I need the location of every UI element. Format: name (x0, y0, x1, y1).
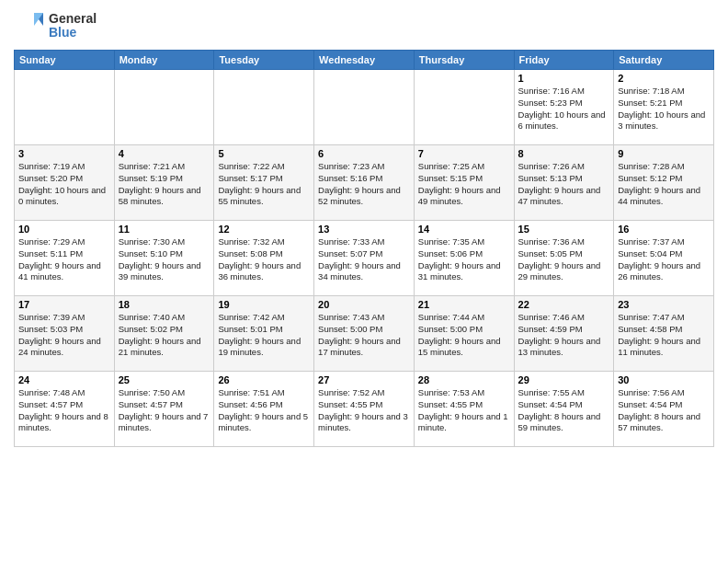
calendar-week-row: 24Sunrise: 7:48 AM Sunset: 4:57 PM Dayli… (15, 372, 714, 447)
day-info: Sunrise: 7:39 AM Sunset: 5:03 PM Dayligh… (18, 312, 110, 359)
day-info: Sunrise: 7:53 AM Sunset: 4:55 PM Dayligh… (418, 387, 510, 434)
day-info: Sunrise: 7:18 AM Sunset: 5:21 PM Dayligh… (618, 86, 710, 132)
day-info: Sunrise: 7:43 AM Sunset: 5:00 PM Dayligh… (318, 312, 410, 359)
page-header: General Blue (14, 9, 714, 42)
day-info: Sunrise: 7:26 AM Sunset: 5:13 PM Dayligh… (518, 161, 610, 208)
day-number: 21 (418, 299, 510, 310)
weekday-header: Monday (114, 51, 214, 70)
day-info: Sunrise: 7:37 AM Sunset: 5:04 PM Dayligh… (618, 236, 710, 283)
calendar-cell (114, 70, 214, 145)
day-number: 8 (518, 148, 610, 159)
calendar-cell (414, 70, 514, 145)
day-info: Sunrise: 7:47 AM Sunset: 4:58 PM Dayligh… (618, 312, 710, 359)
day-info: Sunrise: 7:44 AM Sunset: 5:00 PM Dayligh… (418, 312, 510, 359)
day-info: Sunrise: 7:19 AM Sunset: 5:20 PM Dayligh… (18, 161, 110, 208)
day-number: 28 (418, 374, 510, 385)
calendar-cell: 16Sunrise: 7:37 AM Sunset: 5:04 PM Dayli… (614, 221, 714, 296)
day-number: 3 (18, 148, 110, 159)
day-number: 18 (119, 299, 210, 310)
calendar-cell: 7Sunrise: 7:25 AM Sunset: 5:15 PM Daylig… (414, 145, 514, 221)
day-number: 13 (318, 224, 410, 235)
day-info: Sunrise: 7:16 AM Sunset: 5:23 PM Dayligh… (518, 86, 610, 132)
weekday-header: Saturday (614, 51, 714, 70)
calendar-cell: 5Sunrise: 7:22 AM Sunset: 5:17 PM Daylig… (214, 145, 314, 221)
day-number: 30 (618, 374, 710, 385)
calendar-cell: 30Sunrise: 7:56 AM Sunset: 4:54 PM Dayli… (614, 372, 714, 447)
calendar-cell (314, 70, 415, 145)
calendar-cell: 22Sunrise: 7:46 AM Sunset: 4:59 PM Dayli… (514, 296, 614, 372)
day-number: 29 (518, 374, 610, 385)
weekday-header: Tuesday (214, 51, 314, 70)
weekday-header: Wednesday (314, 51, 415, 70)
day-number: 4 (119, 148, 210, 159)
day-info: Sunrise: 7:25 AM Sunset: 5:15 PM Dayligh… (418, 161, 510, 208)
calendar-cell: 2Sunrise: 7:18 AM Sunset: 5:21 PM Daylig… (614, 70, 714, 145)
calendar-cell: 24Sunrise: 7:48 AM Sunset: 4:57 PM Dayli… (15, 372, 115, 447)
calendar-cell: 28Sunrise: 7:53 AM Sunset: 4:55 PM Dayli… (414, 372, 514, 447)
calendar-cell: 18Sunrise: 7:40 AM Sunset: 5:02 PM Dayli… (114, 296, 214, 372)
day-info: Sunrise: 7:22 AM Sunset: 5:17 PM Dayligh… (218, 161, 310, 208)
calendar-cell (214, 70, 314, 145)
day-info: Sunrise: 7:30 AM Sunset: 5:10 PM Dayligh… (119, 236, 210, 283)
day-number: 6 (318, 148, 410, 159)
day-number: 16 (618, 224, 710, 235)
calendar-cell: 6Sunrise: 7:23 AM Sunset: 5:16 PM Daylig… (314, 145, 415, 221)
logo-text-general: General (49, 12, 97, 26)
calendar-cell: 12Sunrise: 7:32 AM Sunset: 5:08 PM Dayli… (214, 221, 314, 296)
calendar-week-row: 10Sunrise: 7:29 AM Sunset: 5:11 PM Dayli… (15, 221, 714, 296)
calendar-cell: 14Sunrise: 7:35 AM Sunset: 5:06 PM Dayli… (414, 221, 514, 296)
calendar-page: General Blue SundayMondayTuesdayWednesda… (0, 0, 728, 563)
calendar-week-row: 3Sunrise: 7:19 AM Sunset: 5:20 PM Daylig… (15, 145, 714, 221)
calendar-cell: 26Sunrise: 7:51 AM Sunset: 4:56 PM Dayli… (214, 372, 314, 447)
day-info: Sunrise: 7:33 AM Sunset: 5:07 PM Dayligh… (318, 236, 410, 283)
day-info: Sunrise: 7:42 AM Sunset: 5:01 PM Dayligh… (218, 312, 310, 359)
day-number: 2 (618, 73, 710, 84)
day-info: Sunrise: 7:55 AM Sunset: 4:54 PM Dayligh… (518, 387, 610, 434)
day-number: 14 (418, 224, 510, 235)
calendar-cell: 10Sunrise: 7:29 AM Sunset: 5:11 PM Dayli… (15, 221, 115, 296)
day-info: Sunrise: 7:48 AM Sunset: 4:57 PM Dayligh… (18, 387, 110, 434)
calendar-cell: 9Sunrise: 7:28 AM Sunset: 5:12 PM Daylig… (614, 145, 714, 221)
day-number: 25 (119, 374, 210, 385)
calendar-cell: 23Sunrise: 7:47 AM Sunset: 4:58 PM Dayli… (614, 296, 714, 372)
day-number: 27 (318, 374, 410, 385)
calendar-cell: 15Sunrise: 7:36 AM Sunset: 5:05 PM Dayli… (514, 221, 614, 296)
calendar-cell: 3Sunrise: 7:19 AM Sunset: 5:20 PM Daylig… (15, 145, 115, 221)
day-info: Sunrise: 7:52 AM Sunset: 4:55 PM Dayligh… (318, 387, 410, 434)
day-number: 9 (618, 148, 710, 159)
logo-bird-icon (14, 9, 47, 42)
calendar-cell: 1Sunrise: 7:16 AM Sunset: 5:23 PM Daylig… (514, 70, 614, 145)
day-number: 12 (218, 224, 310, 235)
day-info: Sunrise: 7:21 AM Sunset: 5:19 PM Dayligh… (119, 161, 210, 208)
day-number: 26 (218, 374, 310, 385)
calendar-table: SundayMondayTuesdayWednesdayThursdayFrid… (14, 50, 714, 447)
day-info: Sunrise: 7:35 AM Sunset: 5:06 PM Dayligh… (418, 236, 510, 283)
calendar-cell: 13Sunrise: 7:33 AM Sunset: 5:07 PM Dayli… (314, 221, 415, 296)
day-number: 10 (18, 224, 110, 235)
weekday-header: Sunday (15, 51, 115, 70)
day-number: 17 (18, 299, 110, 310)
day-info: Sunrise: 7:29 AM Sunset: 5:11 PM Dayligh… (18, 236, 110, 283)
weekday-header-row: SundayMondayTuesdayWednesdayThursdayFrid… (15, 51, 714, 70)
day-number: 1 (518, 73, 610, 84)
day-info: Sunrise: 7:32 AM Sunset: 5:08 PM Dayligh… (218, 236, 310, 283)
weekday-header: Friday (514, 51, 614, 70)
calendar-cell: 11Sunrise: 7:30 AM Sunset: 5:10 PM Dayli… (114, 221, 214, 296)
day-number: 11 (119, 224, 210, 235)
day-number: 23 (618, 299, 710, 310)
day-number: 19 (218, 299, 310, 310)
logo-text-blue: Blue (49, 26, 97, 40)
day-info: Sunrise: 7:56 AM Sunset: 4:54 PM Dayligh… (618, 387, 710, 434)
weekday-header: Thursday (414, 51, 514, 70)
calendar-cell: 27Sunrise: 7:52 AM Sunset: 4:55 PM Dayli… (314, 372, 415, 447)
calendar-cell: 29Sunrise: 7:55 AM Sunset: 4:54 PM Dayli… (514, 372, 614, 447)
day-info: Sunrise: 7:23 AM Sunset: 5:16 PM Dayligh… (318, 161, 410, 208)
logo: General Blue (14, 9, 97, 42)
day-info: Sunrise: 7:36 AM Sunset: 5:05 PM Dayligh… (518, 236, 610, 283)
day-info: Sunrise: 7:51 AM Sunset: 4:56 PM Dayligh… (218, 387, 310, 434)
day-number: 5 (218, 148, 310, 159)
day-info: Sunrise: 7:28 AM Sunset: 5:12 PM Dayligh… (618, 161, 710, 208)
calendar-cell: 8Sunrise: 7:26 AM Sunset: 5:13 PM Daylig… (514, 145, 614, 221)
calendar-cell: 20Sunrise: 7:43 AM Sunset: 5:00 PM Dayli… (314, 296, 415, 372)
day-number: 22 (518, 299, 610, 310)
